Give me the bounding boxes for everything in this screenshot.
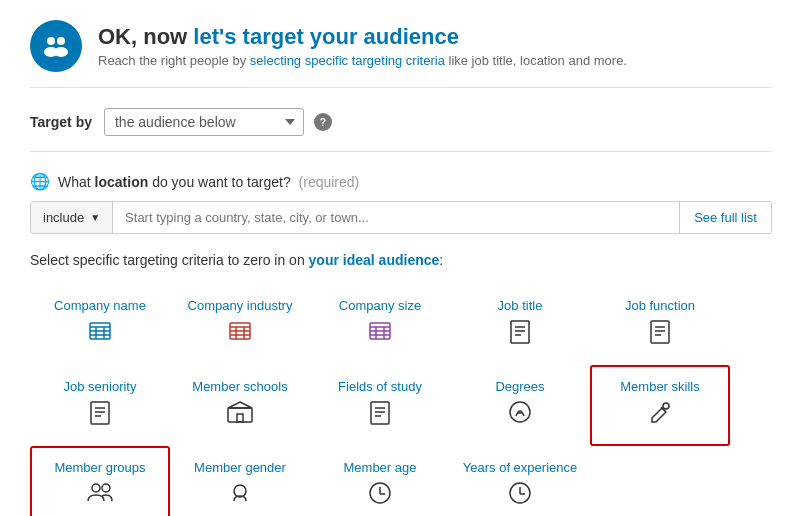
criteria-grid: Company nameCompany industryCompany size… bbox=[30, 284, 772, 516]
help-icon[interactable]: ? bbox=[314, 113, 332, 131]
criteria-item-member-age[interactable]: Member age bbox=[310, 446, 450, 516]
svg-rect-30 bbox=[91, 402, 109, 424]
see-full-list-link[interactable]: See full list bbox=[679, 202, 771, 233]
page-title: OK, now let's target your audience bbox=[98, 24, 627, 50]
criteria-item-years-of-experience[interactable]: Years of experience bbox=[450, 446, 590, 516]
location-question: What location do you want to target? (re… bbox=[58, 174, 359, 190]
criteria-icon-company-industry bbox=[228, 319, 252, 349]
criteria-label-member-skills: Member skills bbox=[620, 379, 699, 394]
location-input[interactable] bbox=[113, 202, 679, 233]
svg-point-46 bbox=[102, 484, 110, 492]
include-label: include bbox=[43, 210, 84, 225]
criteria-label-job-function: Job function bbox=[625, 298, 695, 313]
svg-marker-35 bbox=[228, 402, 252, 408]
page-container: OK, now let's target your audience Reach… bbox=[0, 0, 802, 516]
criteria-label-fields-of-study: Fields of study bbox=[338, 379, 422, 394]
location-label: 🌐 What location do you want to target? (… bbox=[30, 172, 772, 191]
criteria-label-member-schools: Member schools bbox=[192, 379, 287, 394]
include-button[interactable]: include ▼ bbox=[31, 202, 113, 233]
criteria-label-company-size: Company size bbox=[339, 298, 421, 313]
svg-rect-37 bbox=[371, 402, 389, 424]
criteria-icon-years-of-experience bbox=[508, 481, 532, 511]
target-by-label: Target by bbox=[30, 114, 92, 130]
criteria-item-company-size[interactable]: Company size bbox=[310, 284, 450, 365]
criteria-item-member-gender[interactable]: Member gender bbox=[170, 446, 310, 516]
criteria-item-job-function[interactable]: Job function bbox=[590, 284, 730, 365]
criteria-icon-job-function bbox=[649, 319, 671, 351]
globe-icon: 🌐 bbox=[30, 172, 50, 191]
svg-point-45 bbox=[92, 484, 100, 492]
criteria-label-member-gender: Member gender bbox=[194, 460, 286, 475]
criteria-icon-company-size bbox=[368, 319, 392, 349]
criteria-label-job-title: Job title bbox=[498, 298, 543, 313]
criteria-icon-job-seniority bbox=[89, 400, 111, 432]
criteria-item-fields-of-study[interactable]: Fields of study bbox=[310, 365, 450, 446]
header: OK, now let's target your audience Reach… bbox=[30, 20, 772, 88]
include-dropdown-arrow: ▼ bbox=[90, 212, 100, 223]
criteria-icon-degrees bbox=[508, 400, 532, 430]
location-section: 🌐 What location do you want to target? (… bbox=[30, 172, 772, 234]
criteria-item-member-groups[interactable]: Member groups bbox=[30, 446, 170, 516]
criteria-label-job-seniority: Job seniority bbox=[64, 379, 137, 394]
header-text: OK, now let's target your audience Reach… bbox=[98, 24, 627, 68]
criteria-section: Select specific targeting criteria to ze… bbox=[30, 252, 772, 516]
criteria-label-member-age: Member age bbox=[344, 460, 417, 475]
criteria-icon-member-gender bbox=[228, 481, 252, 511]
linkedin-icon bbox=[30, 20, 82, 72]
criteria-label-years-of-experience: Years of experience bbox=[463, 460, 577, 475]
criteria-icon-member-schools bbox=[227, 400, 253, 430]
criteria-icon-fields-of-study bbox=[369, 400, 391, 432]
criteria-icon-company-name bbox=[88, 319, 112, 349]
svg-point-47 bbox=[234, 485, 246, 497]
svg-rect-36 bbox=[237, 414, 243, 422]
target-by-row: Target by the audience below ? bbox=[30, 108, 772, 152]
criteria-item-member-schools[interactable]: Member schools bbox=[170, 365, 310, 446]
svg-point-3 bbox=[54, 47, 68, 57]
criteria-icon-member-age bbox=[368, 481, 392, 511]
criteria-icon-member-skills bbox=[648, 400, 672, 430]
svg-rect-22 bbox=[511, 321, 529, 343]
criteria-title: Select specific targeting criteria to ze… bbox=[30, 252, 772, 268]
criteria-label-company-industry: Company industry bbox=[188, 298, 293, 313]
criteria-label-company-name: Company name bbox=[54, 298, 146, 313]
svg-point-41 bbox=[510, 402, 530, 422]
criteria-item-job-seniority[interactable]: Job seniority bbox=[30, 365, 170, 446]
svg-rect-34 bbox=[228, 408, 252, 422]
svg-rect-26 bbox=[651, 321, 669, 343]
criteria-item-company-industry[interactable]: Company industry bbox=[170, 284, 310, 365]
location-input-row: include ▼ See full list bbox=[30, 201, 772, 234]
criteria-item-degrees[interactable]: Degrees bbox=[450, 365, 590, 446]
criteria-icon-member-groups bbox=[86, 481, 114, 509]
criteria-item-member-skills[interactable]: Member skills bbox=[590, 365, 730, 446]
criteria-item-company-name[interactable]: Company name bbox=[30, 284, 170, 365]
target-by-select[interactable]: the audience below bbox=[104, 108, 304, 136]
criteria-label-degrees: Degrees bbox=[495, 379, 544, 394]
criteria-item-job-title[interactable]: Job title bbox=[450, 284, 590, 365]
criteria-icon-job-title bbox=[509, 319, 531, 351]
criteria-label-member-groups: Member groups bbox=[54, 460, 145, 475]
svg-point-44 bbox=[663, 403, 669, 409]
page-subtitle: Reach the right people by selecting spec… bbox=[98, 53, 627, 68]
svg-point-1 bbox=[57, 37, 65, 45]
svg-point-0 bbox=[47, 37, 55, 45]
